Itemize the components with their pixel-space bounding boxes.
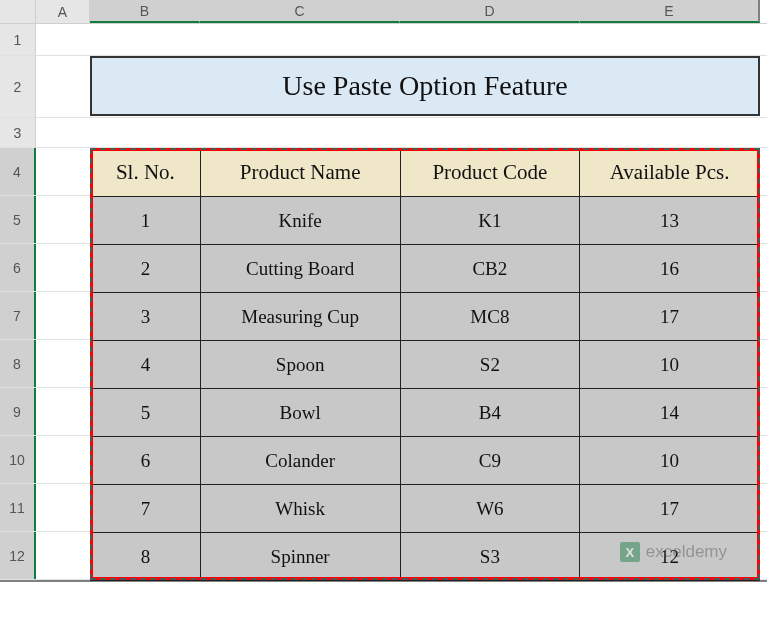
watermark: X exceldemy <box>620 542 727 562</box>
table-row: 2Cutting BoardCB216 <box>91 245 760 293</box>
cell-sl[interactable]: 3 <box>91 293 201 341</box>
column-headers: A B C D E <box>0 0 767 24</box>
cell-pcs[interactable]: 17 <box>580 485 760 533</box>
header-pcs[interactable]: Available Pcs. <box>580 149 760 197</box>
cell-code[interactable]: CB2 <box>400 245 580 293</box>
cell-sl[interactable]: 8 <box>91 533 201 581</box>
col-header-C[interactable]: C <box>200 0 400 23</box>
col-header-D[interactable]: D <box>400 0 580 23</box>
row-header-4[interactable]: 4 <box>0 148 36 195</box>
header-sl[interactable]: Sl. No. <box>91 149 201 197</box>
table-header-row: Sl. No. Product Name Product Code Availa… <box>91 149 760 197</box>
col-header-B[interactable]: B <box>90 0 200 23</box>
cell-name[interactable]: Knife <box>200 197 400 245</box>
data-table: Sl. No. Product Name Product Code Availa… <box>90 148 760 581</box>
cell-sl[interactable]: 7 <box>91 485 201 533</box>
table-row: 1KnifeK113 <box>91 197 760 245</box>
col-header-A[interactable]: A <box>36 0 90 23</box>
cell-name[interactable]: Colander <box>200 437 400 485</box>
cell-name[interactable]: Spoon <box>200 341 400 389</box>
cell-code[interactable]: C9 <box>400 437 580 485</box>
cell-name[interactable]: Bowl <box>200 389 400 437</box>
cell-code[interactable]: S2 <box>400 341 580 389</box>
cell-code[interactable]: MC8 <box>400 293 580 341</box>
cell-sl[interactable]: 4 <box>91 341 201 389</box>
row-header-5[interactable]: 5 <box>0 196 36 243</box>
row-header-1[interactable]: 1 <box>0 24 36 55</box>
row-header-6[interactable]: 6 <box>0 244 36 291</box>
cell-sl[interactable]: 5 <box>91 389 201 437</box>
row-header-7[interactable]: 7 <box>0 292 36 339</box>
cell-code[interactable]: K1 <box>400 197 580 245</box>
excel-icon: X <box>620 542 640 562</box>
watermark-text: exceldemy <box>646 542 727 562</box>
cell-name[interactable]: Cutting Board <box>200 245 400 293</box>
cell-pcs[interactable]: 17 <box>580 293 760 341</box>
row-header-12[interactable]: 12 <box>0 532 36 579</box>
col-header-E[interactable]: E <box>580 0 760 23</box>
header-code[interactable]: Product Code <box>400 149 580 197</box>
cell-pcs[interactable]: 10 <box>580 437 760 485</box>
cell-pcs[interactable]: 16 <box>580 245 760 293</box>
spreadsheet: A B C D E 1 2 3 4 5 6 7 8 9 10 11 12 Use… <box>0 0 767 580</box>
cell-name[interactable]: Whisk <box>200 485 400 533</box>
cell-pcs[interactable]: 14 <box>580 389 760 437</box>
cell-code[interactable]: B4 <box>400 389 580 437</box>
header-name[interactable]: Product Name <box>200 149 400 197</box>
cell-name[interactable]: Spinner <box>200 533 400 581</box>
cell-code[interactable]: S3 <box>400 533 580 581</box>
page-title[interactable]: Use Paste Option Feature <box>90 56 760 116</box>
row-header-8[interactable]: 8 <box>0 340 36 387</box>
row-header-2[interactable]: 2 <box>0 56 36 117</box>
cell-name[interactable]: Measuring Cup <box>200 293 400 341</box>
row-header-10[interactable]: 10 <box>0 436 36 483</box>
cell-pcs[interactable]: 10 <box>580 341 760 389</box>
row-header-11[interactable]: 11 <box>0 484 36 531</box>
row-header-3[interactable]: 3 <box>0 118 36 147</box>
table-row: 4SpoonS210 <box>91 341 760 389</box>
cell-sl[interactable]: 2 <box>91 245 201 293</box>
cell-sl[interactable]: 1 <box>91 197 201 245</box>
table-row: 7WhiskW617 <box>91 485 760 533</box>
table-row: 5BowlB414 <box>91 389 760 437</box>
table-row: 3Measuring CupMC817 <box>91 293 760 341</box>
cell-sl[interactable]: 6 <box>91 437 201 485</box>
cell-pcs[interactable]: 13 <box>580 197 760 245</box>
table-row: 6ColanderC910 <box>91 437 760 485</box>
row-header-9[interactable]: 9 <box>0 388 36 435</box>
select-all-corner[interactable] <box>0 0 36 23</box>
cell-code[interactable]: W6 <box>400 485 580 533</box>
